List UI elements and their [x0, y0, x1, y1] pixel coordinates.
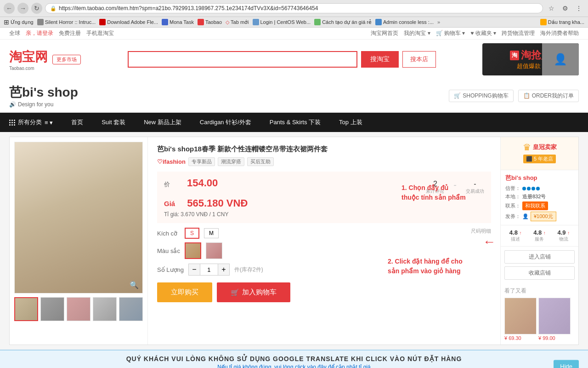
- product-title: 芭bi's shop18春季 新款个性连帽镂空吊带连衣裙两件套: [157, 144, 491, 154]
- bookmark-adobe[interactable]: Download Adobe Fle...: [99, 19, 158, 25]
- logo[interactable]: 淘宝网 Taobao.com: [9, 48, 48, 71]
- shop-search-btn[interactable]: 搜本店: [402, 51, 436, 68]
- buy-now-btn[interactable]: 立即购买: [157, 282, 212, 302]
- metric-desc-arrow: ↑: [520, 230, 522, 236]
- header-banner: 淘 淘抢购 超值爆款 › 👤: [482, 43, 579, 75]
- collect-shop-btn[interactable]: 收藏店铺: [504, 266, 575, 280]
- thumbnail-2[interactable]: [40, 297, 64, 321]
- search-input[interactable]: [128, 51, 357, 68]
- url-bar[interactable]: 🔒 https://item.taobao.com/item.htm?spm=a…: [45, 3, 543, 13]
- bookmark-taobao[interactable]: Taobao: [198, 19, 222, 25]
- thumbnail-1[interactable]: [14, 297, 38, 321]
- qty-decrease-btn[interactable]: −: [189, 264, 200, 275]
- header-logo-area: 淘宝网 Taobao.com 更多市场: [9, 48, 81, 71]
- qty-input[interactable]: [200, 264, 218, 275]
- back-btn[interactable]: ←: [4, 3, 15, 14]
- search-btn[interactable]: 搜淘宝: [361, 51, 399, 68]
- nav-cart[interactable]: 🛒 购物车 ▾: [436, 29, 465, 37]
- cat-nav-cardigan[interactable]: Cardigan 针衫/外套: [191, 113, 260, 132]
- bookmark-apps[interactable]: ⊞ Ứng dụng: [4, 18, 34, 26]
- mobile-link[interactable]: 手机逛淘宝: [86, 29, 114, 37]
- bookmark-tab[interactable]: ◇ Tab mới: [226, 19, 249, 25]
- badge-item-1: 专享新品: [188, 157, 215, 166]
- metric-logistics-val: 4.9 ↑: [557, 229, 570, 236]
- notify-sub1[interactable]: Nếu tỉ giá không đúng, vui lòng click và…: [9, 364, 579, 368]
- market-btn[interactable]: 更多市场: [52, 55, 81, 64]
- browser-chrome: ← → ↻ 🔒 https://item.taobao.com/item.htm…: [0, 0, 588, 17]
- nav-home[interactable]: 淘宝网首页: [371, 29, 398, 37]
- bookmark-centos-label: Login | CentOS Web...: [260, 19, 311, 25]
- thumbnail-4[interactable]: [93, 297, 117, 321]
- cat-nav-top[interactable]: Top 上装: [330, 113, 372, 132]
- cat-nav-all[interactable]: 所有分类 ≡ ▾: [0, 113, 62, 132]
- cat-nav-suit[interactable]: Suit 套装: [92, 113, 135, 132]
- bookmark-admin[interactable]: Admin console less :...: [375, 19, 434, 25]
- price-vnd-label: Giá: [164, 200, 175, 207]
- slogan-text: Design for you: [18, 101, 53, 108]
- forward-btn[interactable]: →: [17, 3, 28, 14]
- trust-dot-4: [536, 187, 540, 190]
- bookmark-mona[interactable]: Mona Task: [162, 19, 194, 25]
- cat-nav-home[interactable]: 首页: [62, 113, 92, 132]
- bookmark-silent-label: Silent Horror :: Intruc...: [45, 19, 96, 25]
- color-option-2[interactable]: [206, 242, 222, 259]
- zoom-icon[interactable]: 🔍: [130, 281, 139, 289]
- bookmark-project-label: Cách tạo dự án giá rẻ: [322, 19, 372, 25]
- contact-btn[interactable]: 和我联系: [522, 201, 548, 210]
- nav-favorites[interactable]: ♥ 收藏夹 ▾: [470, 29, 496, 37]
- shopping-cart-btn[interactable]: 🛒 SHOPPING购物车: [449, 90, 513, 102]
- hide-btn[interactable]: Hide: [554, 360, 579, 368]
- stat-sep: -: [453, 180, 457, 195]
- thumbnail-5[interactable]: [119, 297, 143, 321]
- crown-header: ♛ 皇冠卖家: [505, 142, 574, 153]
- shop-info: 芭bi's shop 🔊 Design for you: [9, 84, 78, 108]
- crown-icon: ♛: [523, 142, 531, 153]
- thumbnail-3[interactable]: [67, 297, 90, 321]
- region-selector[interactable]: 全球: [9, 29, 20, 37]
- header-search: 搜淘宝 搜本店: [128, 51, 436, 68]
- ifashion-badge: ♡ifashion 专享新品 潮流穿搭 买后互助: [157, 157, 491, 166]
- refresh-btn[interactable]: ↻: [31, 3, 42, 14]
- also-item-price-2: ¥ 99.00: [538, 335, 571, 341]
- size-option-m[interactable]: M: [204, 228, 219, 238]
- register-link[interactable]: 免费注册: [59, 29, 81, 37]
- shopping-cart-icon: 🛒: [454, 92, 461, 99]
- coupon-val[interactable]: ¥1000元: [531, 212, 556, 221]
- qty-increase-btn[interactable]: +: [218, 264, 229, 275]
- trust-dots: [522, 187, 540, 190]
- also-item-2[interactable]: ¥ 99.00: [538, 298, 571, 341]
- cat-nav-pants[interactable]: Pants & Skirts 下装: [260, 113, 330, 132]
- price-cny: 154.00: [187, 177, 218, 189]
- also-viewed-items: ¥ 69.30 ¥ 99.00: [504, 298, 575, 341]
- transactions-count: -: [466, 180, 484, 188]
- cat-all-label: 所有分类: [18, 118, 42, 126]
- menu-btn[interactable]: ⋮: [573, 3, 584, 14]
- bookmarks-more[interactable]: »: [437, 19, 440, 25]
- bookmark-admin-label: Admin console less :...: [383, 19, 434, 25]
- bookmark-dautrang[interactable]: Dầu trang kha...: [540, 19, 584, 25]
- extension-btn[interactable]: ⚙: [560, 3, 571, 14]
- also-viewed-title: 看了又看: [504, 287, 575, 295]
- nav-help[interactable]: 海外消费者帮助: [540, 29, 579, 37]
- size-option-s[interactable]: S: [185, 228, 199, 239]
- trust-dot-2: [527, 187, 531, 190]
- bookmark-project[interactable]: Cách tạo dự án giá rẻ: [314, 19, 372, 25]
- also-item-1[interactable]: ¥ 69.30: [504, 298, 537, 341]
- nav-logistics[interactable]: 跨货物流管理: [502, 29, 535, 37]
- action-row: 立即购买 🛒 加入购物车: [157, 282, 491, 302]
- thumbnail-row: [14, 297, 143, 321]
- bookmark-centos[interactable]: Login | CentOS Web...: [253, 19, 311, 25]
- star-btn[interactable]: ☆: [546, 3, 557, 14]
- enter-shop-btn[interactable]: 进入店铺: [504, 250, 575, 264]
- banner-model-img: 👤: [542, 43, 579, 75]
- bookmark-silent[interactable]: Silent Horror :: Intruc...: [37, 19, 96, 25]
- badge-item-2: 潮流穿搭: [218, 157, 244, 166]
- color-option-1[interactable]: [185, 242, 201, 259]
- nav-myaccount[interactable]: 我的淘宝 ▾: [404, 29, 430, 37]
- login-link[interactable]: 亲，请登录: [26, 29, 53, 37]
- add-cart-label: 加入购物车: [242, 288, 277, 297]
- cat-nav-new[interactable]: New 新品上架: [135, 113, 191, 132]
- order-btn[interactable]: 📋 ORDER我的订单: [518, 90, 579, 102]
- product-info: 芭bi's shop18春季 新款个性连帽镂空吊带连衣裙两件套 ♡ifashio…: [147, 137, 500, 345]
- add-cart-btn[interactable]: 🛒 加入购物车: [217, 282, 290, 302]
